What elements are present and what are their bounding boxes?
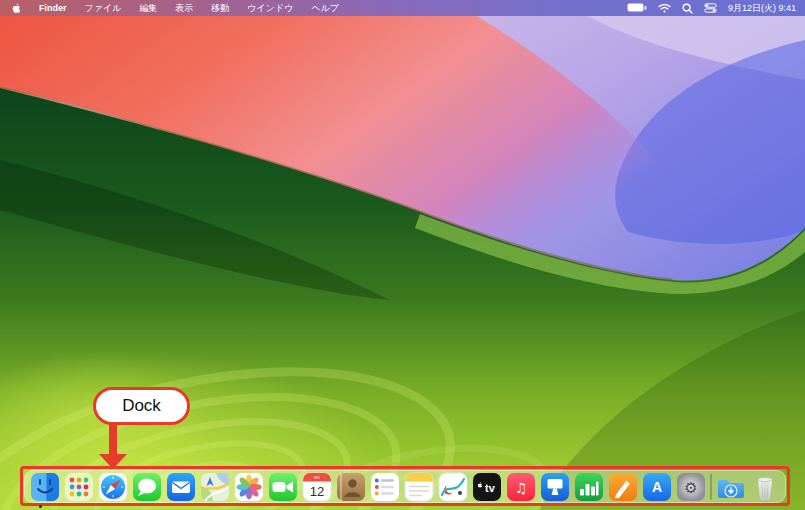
photos-icon[interactable] [234, 472, 264, 502]
search-icon[interactable] [682, 3, 693, 14]
menu-item-view[interactable]: 表示 [166, 0, 202, 16]
svg-text:tv: tv [485, 481, 496, 493]
notes-icon[interactable] [404, 472, 434, 502]
menu-bar-left: Finder ファイル 編集 表示 移動 ウインドウ ヘルプ [0, 0, 348, 16]
wifi-icon[interactable] [658, 3, 671, 13]
desktop-wallpaper [0, 0, 805, 510]
annotation-arrow [109, 423, 117, 455]
svg-text:⚙: ⚙ [684, 478, 697, 496]
pages-icon[interactable] [608, 472, 638, 502]
maps-icon[interactable] [200, 472, 230, 502]
freeform-icon[interactable] [438, 472, 468, 502]
menu-item-finder[interactable]: Finder [30, 0, 76, 16]
svg-text:♫: ♫ [515, 479, 528, 495]
dock-separator [710, 474, 712, 500]
safari-icon[interactable] [98, 472, 128, 502]
trash-icon[interactable] [750, 472, 780, 502]
control-center-icon[interactable] [704, 3, 717, 13]
battery-icon[interactable] [627, 3, 647, 13]
dock: 9月12 tv ♫ A ⚙ [24, 470, 786, 503]
annotation-callout: Dock [93, 387, 190, 425]
menu-item-help[interactable]: ヘルプ [302, 0, 348, 16]
keynote-icon[interactable] [540, 472, 570, 502]
mail-icon[interactable] [166, 472, 196, 502]
annotation-arrow-head-icon [99, 454, 127, 469]
apple-logo-icon [12, 2, 21, 14]
finder-icon[interactable] [30, 472, 60, 502]
menu-bar: Finder ファイル 編集 表示 移動 ウインドウ ヘルプ 9月12日(火) … [0, 0, 805, 16]
apple-menu[interactable] [0, 2, 30, 14]
menu-bar-status: 9月12日(火) 9:41 [627, 0, 805, 16]
menu-item-window[interactable]: ウインドウ [238, 0, 302, 16]
app-store-icon[interactable]: A [642, 472, 672, 502]
contacts-icon[interactable] [336, 472, 366, 502]
music-icon[interactable]: ♫ [506, 472, 536, 502]
launchpad-icon[interactable] [64, 472, 94, 502]
numbers-icon[interactable] [574, 472, 604, 502]
menu-item-file[interactable]: ファイル [76, 0, 131, 16]
svg-text:9月: 9月 [314, 475, 321, 480]
menu-clock[interactable]: 9月12日(火) 9:41 [728, 2, 796, 15]
svg-text:A: A [652, 479, 662, 495]
downloads-folder-icon[interactable] [716, 472, 746, 502]
svg-text:12: 12 [310, 483, 324, 498]
system-settings-icon[interactable]: ⚙ [676, 472, 706, 502]
calendar-icon[interactable]: 9月12 [302, 472, 332, 502]
menu-item-go[interactable]: 移動 [202, 0, 238, 16]
annotation-label: Dock [122, 396, 161, 416]
menu-item-edit[interactable]: 編集 [130, 0, 166, 16]
reminders-icon[interactable] [370, 472, 400, 502]
finder-running-indicator [39, 505, 42, 508]
facetime-icon[interactable] [268, 472, 298, 502]
apple-tv-icon[interactable]: tv [472, 472, 502, 502]
messages-icon[interactable] [132, 472, 162, 502]
